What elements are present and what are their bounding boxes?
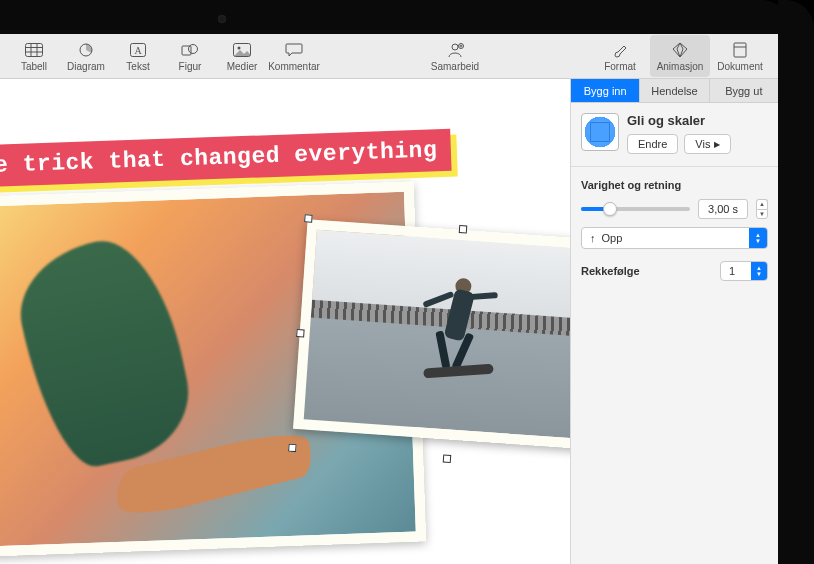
toolbar-label: Tekst <box>126 61 149 72</box>
order-value: 1 <box>729 265 735 277</box>
duration-stepper[interactable]: ▲ ▼ <box>756 199 768 219</box>
brush-icon <box>612 41 628 59</box>
tab-build-out[interactable]: Bygg ut <box>710 79 778 102</box>
toolbar-label: Dokument <box>717 61 763 72</box>
toolbar-document[interactable]: Dokument <box>710 35 770 77</box>
toolbar-text[interactable]: A Tekst <box>112 35 164 77</box>
svg-rect-16 <box>734 43 746 57</box>
slide-image-selected[interactable] <box>293 219 570 449</box>
duration-field[interactable]: 3,00 s <box>698 199 748 219</box>
toolbar-label: Diagram <box>67 61 105 72</box>
svg-rect-8 <box>182 46 191 55</box>
toolbar-label: Tabell <box>21 61 47 72</box>
order-select[interactable]: 1 ▲▼ <box>720 261 768 281</box>
duration-slider[interactable] <box>581 207 690 211</box>
toolbar-chart[interactable]: Diagram <box>60 35 112 77</box>
select-stepper-icon: ▲▼ <box>751 262 767 280</box>
svg-point-11 <box>238 46 241 49</box>
svg-text:A: A <box>134 45 142 56</box>
laptop-camera <box>218 15 226 23</box>
toolbar-label: Figur <box>179 61 202 72</box>
text-icon: A <box>130 41 146 59</box>
toolbar: Tabell Diagram A Tekst Figur <box>0 34 778 79</box>
direction-select[interactable]: ↑ Opp ▲▼ <box>581 227 768 249</box>
toolbar-collaborate[interactable]: Samarbeid <box>429 35 481 77</box>
play-icon: ▶ <box>714 140 720 149</box>
toolbar-format[interactable]: Format <box>590 35 650 77</box>
collaborate-icon <box>445 41 465 59</box>
document-icon <box>733 41 747 59</box>
toolbar-label: Animasjon <box>657 61 704 72</box>
toolbar-label: Format <box>604 61 636 72</box>
order-label: Rekkefølge <box>581 265 640 277</box>
chevron-down-icon[interactable]: ▼ <box>756 209 768 220</box>
slide-canvas[interactable]: e trick that changed everything <box>0 79 570 564</box>
table-icon <box>25 41 43 59</box>
comment-icon <box>285 41 303 59</box>
toolbar-animation[interactable]: Animasjon <box>650 35 710 77</box>
inspector-tabs: Bygg inn Hendelse Bygg ut <box>571 79 778 103</box>
toolbar-comment[interactable]: Kommentar <box>268 35 320 77</box>
chevron-up-icon[interactable]: ▲ <box>756 199 768 209</box>
svg-point-12 <box>452 44 458 50</box>
toolbar-shape[interactable]: Figur <box>164 35 216 77</box>
diamond-icon <box>671 41 689 59</box>
tab-action[interactable]: Hendelse <box>640 79 709 102</box>
toolbar-table[interactable]: Tabell <box>8 35 60 77</box>
slide-title-banner[interactable]: e trick that changed everything <box>0 129 452 187</box>
change-effect-button[interactable]: Endre <box>627 134 678 154</box>
effect-name: Gli og skaler <box>627 113 768 128</box>
tab-build-in[interactable]: Bygg inn <box>571 79 640 102</box>
media-icon <box>233 41 251 59</box>
toolbar-label: Samarbeid <box>431 61 479 72</box>
toolbar-label: Medier <box>227 61 258 72</box>
arrow-up-icon: ↑ <box>590 232 596 244</box>
shape-icon <box>181 41 199 59</box>
direction-value: Opp <box>602 232 623 244</box>
toolbar-label: Kommentar <box>268 61 320 72</box>
preview-button[interactable]: Vis▶ <box>684 134 731 154</box>
select-stepper-icon: ▲▼ <box>749 228 767 248</box>
effect-thumbnail <box>581 113 619 151</box>
duration-section-label: Varighet og retning <box>581 179 768 191</box>
svg-point-9 <box>189 44 198 53</box>
toolbar-media[interactable]: Medier <box>216 35 268 77</box>
inspector-panel: Bygg inn Hendelse Bygg ut Gli og skaler … <box>570 79 778 564</box>
svg-rect-0 <box>26 43 43 56</box>
chart-icon <box>77 41 95 59</box>
